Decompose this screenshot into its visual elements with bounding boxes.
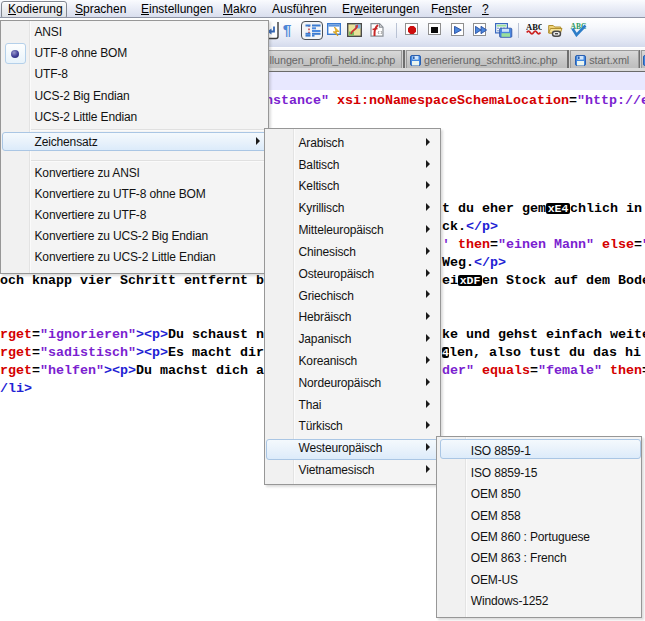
svg-text:ABC: ABC <box>526 23 542 32</box>
